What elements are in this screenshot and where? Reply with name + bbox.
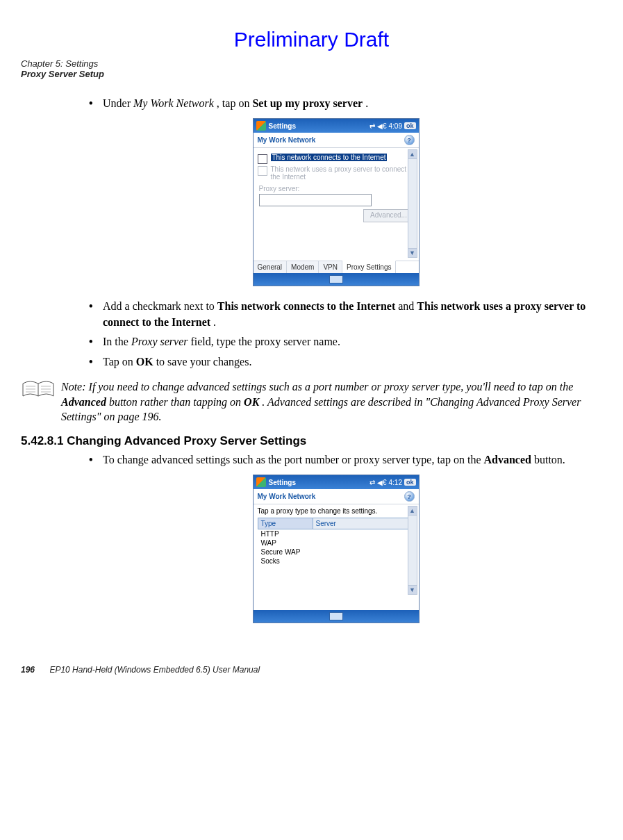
subsection-step: To change advanced settings such as the …: [83, 452, 588, 468]
tab-proxy-settings[interactable]: Proxy Settings: [342, 261, 396, 273]
text: button.: [534, 454, 565, 466]
preliminary-draft-header: Preliminary Draft: [21, 28, 602, 51]
text: and: [398, 300, 417, 312]
tab-strip: General Modem VPN Proxy Settings: [254, 261, 419, 273]
text: to save your changes.: [156, 356, 252, 368]
ok-button[interactable]: ok: [404, 479, 416, 486]
subsection-heading: 5.42.8.1 Changing Advanced Proxy Server …: [21, 434, 602, 448]
text-bold: OK: [136, 356, 153, 368]
bottom-bar: [254, 273, 419, 286]
help-icon[interactable]: ?: [404, 491, 415, 502]
screen-subheader: My Work Network: [258, 136, 316, 144]
titlebar: Settings ⇄ ◀€ 4:12 ok: [254, 475, 419, 489]
proxy-server-label: Proxy server:: [259, 185, 415, 192]
screenshot-proxy-settings: Settings ⇄ ◀€ 4:09 ok My Work Network ?: [253, 118, 420, 286]
status-icons: ⇄ ◀€ 4:09 ok: [369, 122, 416, 130]
step-1: Under My Work Network , tap on Set up my…: [83, 96, 588, 111]
text-bold: This network connects to the Internet: [217, 300, 395, 312]
checkbox-connects-internet[interactable]: [258, 154, 267, 164]
text: field, type the proxy server name.: [190, 336, 340, 347]
screen-subheader: My Work Network: [258, 493, 316, 500]
manual-title: EP10 Hand-Held (Windows Embedded 6.5) Us…: [49, 665, 260, 675]
clock-text: 4:12: [389, 479, 402, 486]
tab-general[interactable]: General: [254, 261, 288, 273]
titlebar: Settings ⇄ ◀€ 4:09 ok: [254, 119, 419, 133]
connectivity-icon: ⇄: [369, 122, 375, 130]
instruction-text: Tap a proxy type to change its settings.: [254, 504, 419, 516]
speaker-icon: ◀€: [377, 122, 387, 130]
text: To change advanced settings such as the …: [103, 454, 484, 466]
table-row[interactable]: WAP: [258, 538, 415, 547]
text-bold: OK: [244, 396, 259, 408]
screenshot-advanced-proxy: Settings ⇄ ◀€ 4:12 ok My Work Network ? …: [253, 475, 420, 623]
ok-button[interactable]: ok: [404, 122, 416, 129]
proxy-server-input[interactable]: [259, 194, 372, 206]
table-header: Type Server: [258, 518, 415, 529]
text: .: [213, 316, 216, 328]
windows-flag-icon: [256, 477, 266, 487]
page-footer: 196 EP10 Hand-Held (Windows Embedded 6.5…: [21, 665, 602, 675]
text: If you need to change advanced settings …: [89, 381, 574, 393]
help-icon[interactable]: ?: [404, 135, 415, 145]
text-bold: Advanced: [484, 454, 531, 466]
table-row[interactable]: Secure WAP: [258, 547, 415, 557]
col-server: Server: [313, 518, 414, 529]
status-icons: ⇄ ◀€ 4:12 ok: [369, 479, 416, 486]
checkbox-label: This network uses a proxy server to conn…: [271, 165, 415, 181]
tab-modem[interactable]: Modem: [287, 261, 319, 273]
step-4: Tap on OK to save your changes.: [83, 354, 588, 370]
text-em: Proxy server: [131, 336, 188, 347]
titlebar-title: Settings: [269, 479, 367, 486]
keyboard-icon[interactable]: [329, 275, 343, 283]
table-row[interactable]: Socks: [258, 557, 415, 566]
step-2: Add a checkmark next to This network con…: [83, 299, 588, 330]
checkbox-label: This network connects to the Internet: [271, 154, 388, 161]
text: Add a checkmark next to: [103, 300, 217, 312]
windows-flag-icon: [256, 121, 266, 131]
text: In the: [103, 336, 131, 347]
text-em: My Work Network: [133, 97, 214, 109]
table-row[interactable]: HTTP: [258, 529, 415, 538]
page-number: 196: [21, 665, 35, 675]
keyboard-icon[interactable]: [329, 612, 343, 620]
note-paragraph: Note: If you need to change advanced set…: [61, 379, 602, 425]
scroll-up-icon[interactable]: ▲: [408, 507, 417, 516]
text: , tap on: [217, 97, 253, 109]
chapter-label: Chapter 5: Settings: [21, 58, 602, 69]
text: button rather than tapping on: [109, 396, 244, 408]
text-bold: Advanced: [61, 396, 106, 408]
scroll-up-icon[interactable]: ▲: [408, 150, 417, 159]
titlebar-title: Settings: [269, 122, 367, 130]
note-label: Note:: [61, 381, 86, 393]
checkbox-uses-proxy[interactable]: [258, 166, 267, 176]
text-bold: Set up my proxy server: [252, 97, 363, 109]
book-icon: [21, 379, 56, 400]
text: Under: [103, 97, 133, 109]
connectivity-icon: ⇄: [369, 479, 375, 486]
tab-vpn[interactable]: VPN: [319, 261, 342, 273]
speaker-icon: ◀€: [377, 479, 387, 486]
clock-text: 4:09: [389, 122, 402, 130]
text: Tap on: [103, 356, 136, 368]
scroll-down-icon[interactable]: ▼: [408, 248, 417, 257]
vertical-scrollbar[interactable]: ▲ ▼: [408, 149, 417, 258]
col-type: Type: [258, 518, 313, 529]
bottom-bar: [254, 610, 419, 623]
section-label: Proxy Server Setup: [21, 69, 602, 79]
text: .: [365, 97, 368, 109]
step-3: In the Proxy server field, type the prox…: [83, 334, 588, 349]
advanced-button[interactable]: Advanced...: [363, 209, 415, 222]
vertical-scrollbar[interactable]: ▲ ▼: [408, 506, 417, 595]
scroll-down-icon[interactable]: ▼: [408, 585, 417, 594]
